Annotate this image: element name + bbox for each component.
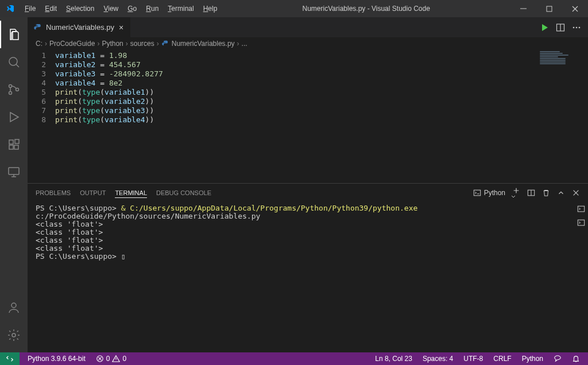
status-python[interactable]: Python 3.9.6 64-bit [25, 355, 88, 363]
close-button[interactable] [562, 0, 588, 17]
svg-rect-5 [9, 140, 13, 144]
svg-point-14 [576, 26, 578, 28]
extensions-icon[interactable] [0, 131, 28, 158]
split-terminal-icon[interactable] [527, 189, 535, 197]
breadcrumb[interactable]: C:› ProCodeGuide› Python› sources› Numer… [28, 37, 588, 50]
vscode-logo-icon [0, 4, 20, 13]
bottom-panel: PROBLEMS OUTPUT TERMINAL DEBUG CONSOLE P… [28, 183, 588, 352]
menubar: File Edit Selection View Go Run Terminal… [20, 0, 222, 17]
svg-rect-16 [474, 190, 480, 196]
tab-close-icon[interactable]: × [118, 23, 125, 32]
svg-point-3 [9, 92, 12, 95]
status-spaces[interactable]: Spaces: 4 [420, 355, 455, 363]
more-actions-icon[interactable] [572, 23, 581, 32]
status-lncol[interactable]: Ln 8, Col 23 [373, 355, 415, 363]
terminal-side-icon[interactable] [575, 203, 587, 215]
terminal[interactable]: PS C:\Users\suppo> & C:/Users/suppo/AppD… [28, 202, 588, 352]
code-editor[interactable]: 12345678 variable1 = 1.98variable2 = 454… [28, 50, 588, 183]
panel-tab-debug[interactable]: DEBUG CONSOLE [156, 188, 211, 197]
menu-file[interactable]: File [20, 0, 40, 17]
close-panel-icon[interactable] [572, 189, 580, 197]
run-debug-icon[interactable] [0, 103, 28, 131]
status-language[interactable]: Python [520, 355, 546, 363]
svg-point-1 [9, 57, 17, 65]
remote-explorer-icon[interactable] [0, 158, 28, 186]
tab-bar: NumericVariables.py × [28, 17, 588, 37]
maximize-panel-icon[interactable] [557, 189, 565, 197]
menu-terminal[interactable]: Terminal [163, 0, 198, 17]
accounts-icon[interactable] [0, 294, 28, 321]
svg-rect-19 [578, 220, 584, 226]
svg-rect-7 [14, 145, 18, 149]
terminal-side-icon-2[interactable] [575, 217, 587, 228]
status-notifications-icon[interactable] [570, 355, 582, 363]
panel-tab-terminal[interactable]: TERMINAL [115, 188, 147, 198]
status-problems[interactable]: 0 0 [94, 355, 129, 363]
source-control-icon[interactable] [0, 76, 28, 103]
svg-point-4 [16, 88, 19, 91]
new-terminal-icon[interactable] [512, 187, 520, 199]
status-bar: Python 3.9.6 64-bit 0 0 Ln 8, Col 23 Spa… [0, 352, 588, 365]
svg-point-15 [579, 26, 581, 28]
menu-help[interactable]: Help [199, 0, 222, 17]
svg-rect-6 [9, 145, 13, 149]
minimap[interactable] [540, 51, 580, 58]
terminal-shell-selector[interactable]: Python [473, 189, 505, 197]
svg-rect-18 [578, 206, 584, 212]
maximize-button[interactable] [536, 0, 562, 17]
split-editor-icon[interactable] [556, 23, 565, 32]
tab-numericvariables[interactable]: NumericVariables.py × [28, 17, 131, 37]
settings-gear-icon[interactable] [0, 321, 28, 349]
minimize-button[interactable] [510, 0, 536, 17]
tab-label: NumericVariables.py [46, 23, 114, 32]
line-numbers: 12345678 [28, 50, 55, 183]
explorer-icon[interactable] [0, 21, 28, 48]
menu-go[interactable]: Go [123, 0, 141, 17]
search-icon[interactable] [0, 48, 28, 76]
activity-bar [0, 17, 28, 352]
svg-point-10 [11, 303, 16, 308]
status-eol[interactable]: CRLF [491, 355, 513, 363]
menu-selection[interactable]: Selection [61, 0, 99, 17]
svg-rect-8 [15, 139, 19, 143]
run-file-icon[interactable] [540, 23, 549, 32]
remote-indicator[interactable] [0, 352, 20, 365]
panel-tab-output[interactable]: OUTPUT [80, 188, 106, 197]
menu-run[interactable]: Run [141, 0, 163, 17]
status-feedback-icon[interactable] [551, 355, 564, 363]
python-file-icon [33, 23, 42, 32]
svg-point-2 [9, 85, 12, 88]
svg-rect-9 [9, 168, 19, 174]
panel-tab-problems[interactable]: PROBLEMS [36, 188, 71, 197]
svg-point-11 [12, 333, 16, 337]
svg-rect-0 [547, 6, 552, 11]
menu-edit[interactable]: Edit [40, 0, 61, 17]
kill-terminal-icon[interactable] [542, 189, 550, 197]
svg-point-13 [573, 26, 575, 28]
status-encoding[interactable]: UTF-8 [461, 355, 485, 363]
menu-view[interactable]: View [99, 0, 123, 17]
window-title: NumericVariables.py - Visual Studio Code [222, 5, 510, 13]
